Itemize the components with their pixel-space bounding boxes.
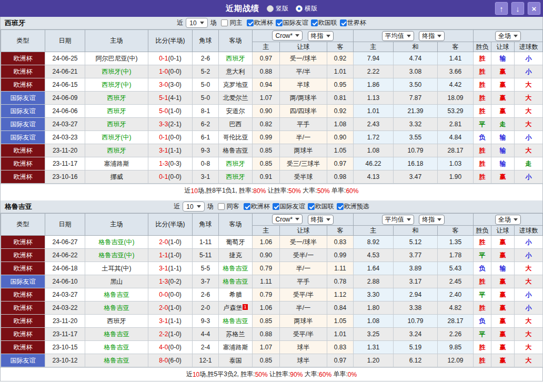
odds-away-cell: 0.97 — [327, 354, 354, 367]
odds-handicap-cell: 两/两球半 — [280, 92, 327, 105]
avg-away-cell: 2.40 — [438, 288, 474, 301]
result-handicap-cell: 赢 — [491, 170, 515, 184]
fulltime-score: 2-2 — [159, 330, 168, 338]
match-count-select[interactable]: 10 — [183, 202, 204, 212]
result-wdl-cell: 胜 — [474, 65, 491, 78]
games-label: 场 — [210, 18, 217, 27]
league-checkbox[interactable] — [337, 203, 344, 210]
corners-cell: 9-3 — [193, 315, 219, 328]
section-georgia: 格鲁吉亚 近 10 场 同客 欧洲杯国际友谊欧国联欧洲预选 — [1, 200, 542, 381]
avg-draw-cell: 3.47 — [394, 170, 438, 184]
avg-draw-cell: 3.17 — [394, 275, 438, 288]
date-cell: 23-11-20 — [45, 144, 85, 157]
home-team-cell: 西班牙 — [85, 144, 148, 157]
corners-cell: 5-0 — [193, 78, 219, 92]
result-goals-cell: 大 — [515, 78, 543, 92]
league-checkbox[interactable] — [247, 19, 254, 26]
filter-row: 格鲁吉亚 近 10 场 同客 欧洲杯国际友谊欧国联欧洲预选 — [1, 200, 542, 213]
summary-stat-value: 10 — [191, 187, 198, 195]
same-venue-checkbox[interactable] — [218, 203, 225, 210]
corners-cell: 3-1 — [193, 170, 219, 184]
odds-away-cell: 0.78 — [327, 275, 354, 288]
league-checkbox[interactable] — [340, 19, 347, 26]
score-cell: 0-1(0-0) — [148, 170, 193, 184]
league-checkbox[interactable] — [244, 203, 250, 210]
halftime-score: (1-1) — [168, 147, 182, 154]
away-team-name: 葡萄牙 — [226, 238, 245, 246]
bookmaker-select[interactable]: Crow* — [272, 214, 303, 224]
move-down-button[interactable]: ↓ — [511, 2, 524, 15]
match-row: 欧洲杯24-06-18土耳其(中)3-1(1-1)5-5格鲁吉亚0.79半/一1… — [1, 262, 543, 275]
avg-stage-select[interactable]: 终指 — [419, 215, 445, 225]
match-row: 国际友谊24-06-06西班牙5-0(1-0)8-1安道尔0.90四/四球半0.… — [1, 105, 543, 118]
result-goals-cell: 大 — [515, 262, 543, 275]
fulltime-score: 8-0 — [159, 357, 168, 364]
away-team-cell: 卢森堡1 — [219, 301, 253, 315]
move-up-button[interactable]: ↑ — [495, 2, 508, 15]
league-checkbox-label: 国际友谊 — [280, 202, 305, 211]
away-team-name: 格鲁吉亚 — [223, 317, 248, 325]
col-date: 日期 — [45, 214, 85, 236]
radio-vertical-icon[interactable] — [267, 5, 274, 12]
date-cell: 24-06-25 — [45, 52, 85, 65]
league-checkbox[interactable] — [311, 19, 318, 26]
fulltime-score: 0-1 — [159, 173, 168, 180]
fulltime-score: 3-0 — [159, 81, 168, 88]
avg-away-cell: 1.03 — [438, 157, 474, 170]
odds-away-cell: 0.90 — [327, 131, 354, 144]
odds-home-cell: 0.99 — [253, 131, 280, 144]
chevron-down-icon — [514, 35, 518, 37]
same-venue-label: 同主 — [230, 18, 243, 27]
chevron-down-icon — [295, 34, 299, 37]
result-goals-cell: 大 — [515, 341, 543, 354]
away-team-name: 格鲁吉亚 — [223, 278, 248, 285]
average-select[interactable]: 平均值 — [382, 31, 414, 41]
result-group-header: 全场 — [474, 30, 543, 42]
col-result-handicap: 让球 — [491, 42, 515, 52]
odds-away-cell: 1.05 — [327, 315, 354, 328]
odds-away-cell: 1.12 — [327, 288, 354, 301]
odds-group-header: Crow* 终指 — [253, 30, 354, 42]
league-checkbox[interactable] — [273, 203, 279, 210]
result-goals-cell: 大 — [515, 315, 543, 328]
home-team-name: 塞浦路斯 — [104, 160, 129, 167]
odds-stage-select[interactable]: 终指 — [308, 31, 334, 41]
radio-horizontal-icon[interactable] — [296, 5, 303, 12]
same-venue-checkbox[interactable] — [221, 19, 228, 26]
away-team-cell: 格鲁吉亚 — [219, 144, 253, 157]
col-score: 比分(半场) — [148, 30, 193, 52]
league-type-cell: 国际友谊 — [1, 92, 45, 105]
result-goals-cell: 小 — [515, 65, 543, 78]
score-cell: 8-0(6-0) — [148, 354, 193, 367]
avg-draw-cell: 3.32 — [394, 118, 438, 131]
odds-away-cell: 1.01 — [327, 328, 354, 341]
odds-stage-select[interactable]: 终指 — [308, 215, 334, 225]
avg-draw-cell: 16.18 — [394, 157, 438, 170]
summary-stat-value: 50% — [288, 187, 301, 195]
date-cell: 24-06-06 — [45, 105, 85, 118]
avg-away-cell: 2.81 — [438, 118, 474, 131]
avg-home-cell: 1.08 — [354, 144, 394, 157]
league-checkbox[interactable] — [276, 19, 283, 26]
close-button[interactable]: × — [528, 2, 540, 15]
layout-radio-horizontal[interactable]: 横版 — [296, 4, 317, 13]
avg-away-cell: 3.66 — [438, 65, 474, 78]
summary-stat-label: 单率: — [331, 370, 348, 379]
league-checkbox[interactable] — [308, 203, 315, 210]
match-count-select[interactable]: 10 — [186, 18, 207, 28]
bookmaker-select[interactable]: Crow* — [272, 31, 303, 41]
avg-stage-select[interactable]: 终指 — [419, 31, 445, 41]
fulltime-select[interactable]: 全场 — [495, 215, 521, 225]
odds-handicap-cell: 受平/半 — [280, 328, 327, 341]
odds-home-cell: 0.90 — [253, 105, 280, 118]
halftime-score: (0-0) — [168, 344, 182, 351]
chevron-down-icon — [326, 35, 330, 37]
layout-radio-vertical[interactable]: 竖版 — [267, 4, 288, 13]
away-team-name: 卢森堡 — [223, 304, 242, 311]
col-avg-home: 主 — [354, 42, 394, 52]
result-wdl-cell: 胜 — [474, 236, 491, 249]
summary-stat-label: 场,胜8平1负1, 胜率: — [198, 186, 253, 195]
result-wdl-cell: 负 — [474, 315, 491, 328]
average-select[interactable]: 平均值 — [382, 215, 414, 225]
fulltime-select[interactable]: 全场 — [495, 31, 521, 41]
